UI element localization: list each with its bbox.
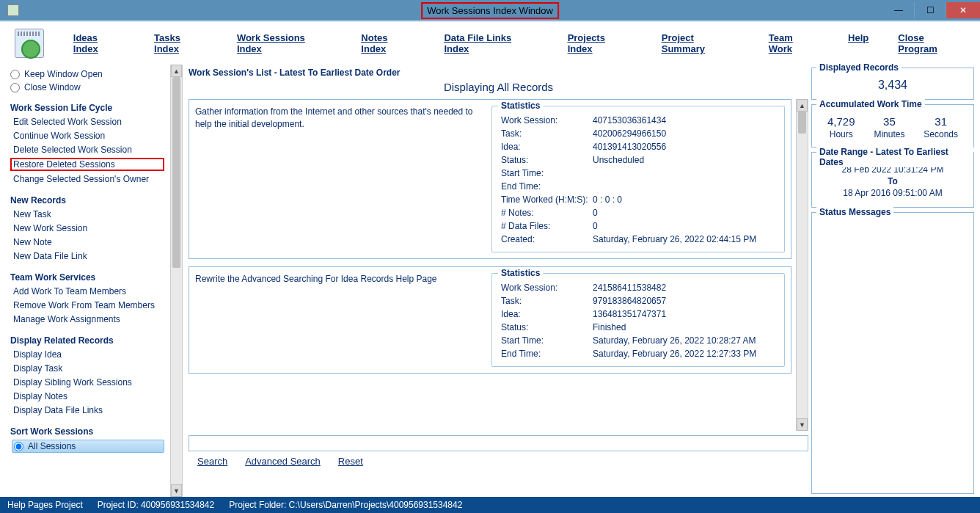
sidebar-heading: Work Session Life Cycle [10,103,164,113]
close-button[interactable]: ✕ [946,2,980,18]
stat-value: 0 [593,221,777,231]
toolbar: Ideas IndexTasks IndexWork Sessions Inde… [0,21,980,65]
minimize-button[interactable]: — [883,2,914,18]
scroll-thumb[interactable] [798,112,806,134]
toolbar-project-summary[interactable]: Project Summary [662,32,739,54]
stat-label: Idea: [501,142,593,152]
sidebar-item-continue-work-session[interactable]: Continue Work Session [12,130,164,142]
sidebar-item-new-note[interactable]: New Note [12,236,164,248]
toolbar-notes-index[interactable]: Notes Index [361,32,414,54]
sidebar-item-add-work-to-team-members[interactable]: Add Work To Team Members [12,285,164,297]
stat-label: Work Session: [501,283,593,293]
stat-label: Start Time: [501,335,593,346]
sidebar-item-new-work-session[interactable]: New Work Session [12,222,164,234]
search-input[interactable] [189,435,808,451]
work-session-record[interactable]: Rewrite the Advanced Searching For Idea … [189,266,791,374]
stat-label: # Data Files: [501,221,593,231]
main-panel: Work Session's List - Latest To Earliest… [183,65,811,497]
scroll-up-icon[interactable]: ▲ [171,65,182,77]
sidebar-item-new-data-file-link[interactable]: New Data File Link [12,250,164,262]
toolbar-projects-index[interactable]: Projects Index [568,32,632,54]
close-window-label: Close Window [24,82,81,92]
maximize-button[interactable]: ☐ [915,2,946,18]
toolbar-data-file-links-index[interactable]: Data File Links Index [444,32,538,54]
stat-value: 402006294966150 [593,128,777,139]
sidebar-item-new-task[interactable]: New Task [12,208,164,220]
statistics-heading: Statistics [498,101,543,111]
date-range-panel: Date Range - Latest To Earliest Dates 28… [811,152,974,208]
stat-label: Idea: [501,309,593,319]
date-range-to: To [818,176,968,186]
stat-value: 979183864820657 [593,296,777,306]
toolbar-tasks-index[interactable]: Tasks Index [154,32,208,54]
sidebar-item-remove-work-from-team-members[interactable]: Remove Work From Team Members [12,299,164,311]
statusbar: Help Pages Project Project ID: 400956931… [0,497,980,513]
seconds-label: Seconds [924,129,958,139]
sidebar-item-display-data-file-links[interactable]: Display Data File Links [12,404,164,416]
advanced-search-link[interactable]: Advanced Search [245,456,321,467]
right-column: Displayed Records 3,434 Accumulated Work… [811,65,980,497]
status-project-name: Help Pages Project [7,500,83,510]
scroll-up-icon[interactable]: ▲ [797,99,808,112]
close-window-radio[interactable]: Close Window [10,82,164,92]
sidebar-item-display-notes[interactable]: Display Notes [12,390,164,402]
stat-label: End Time: [501,349,593,359]
sidebar-scrollbar[interactable]: ▲ ▼ [170,65,183,497]
sidebar-item-all-sessions[interactable]: All Sessions [12,440,164,453]
toolbar-work-sessions-index[interactable]: Work Sessions Index [237,32,332,54]
record-description: Rewrite the Advanced Searching For Idea … [195,273,484,367]
stat-value: 407153036361434 [593,115,777,125]
keep-window-open-radio[interactable]: Keep Window Open [10,69,164,79]
work-session-record[interactable]: Gather information from the Internet and… [189,99,791,259]
record-description: Gather information from the Internet and… [195,106,484,252]
toolbar-close-program[interactable]: Close Program [898,32,965,54]
stat-value: Unscheduled [593,155,777,165]
stat-label: Task: [501,128,593,139]
minutes-value: 35 [874,115,904,128]
toolbar-help[interactable]: Help [848,32,869,54]
record-statistics: StatisticsWork Session:407153036361434Ta… [491,106,785,252]
stat-label: Start Time: [501,168,593,178]
sidebar-item-manage-work-assignments[interactable]: Manage Work Assignments [12,313,164,325]
calendar-clock-icon [15,29,44,58]
toolbar-ideas-index[interactable]: Ideas Index [73,32,125,54]
sidebar-heading: Display Related Records [10,335,164,346]
accumulated-time-heading: Accumulated Work Time [816,99,925,109]
stat-value: 401391413020556 [593,142,777,152]
stat-label: End Time: [501,181,593,192]
records-scrollbar[interactable]: ▲ ▼ [796,99,808,431]
sidebar-heading: Sort Work Sessions [10,426,164,437]
sidebar-item-display-idea[interactable]: Display Idea [12,349,164,360]
statistics-heading: Statistics [498,268,543,278]
sidebar-item-change-selected-session-s-owner[interactable]: Change Selected Session's Owner [12,173,164,185]
sidebar-heading: New Records [10,195,164,205]
sidebar-item-delete-selected-work-session[interactable]: Delete Selected Work Session [12,144,164,156]
scroll-down-icon[interactable]: ▼ [797,418,808,431]
sidebar-item-display-task[interactable]: Display Task [12,363,164,374]
stat-label: Status: [501,155,593,165]
sidebar-item-restore-deleted-sessions[interactable]: Restore Deleted Sessions [10,158,164,171]
stat-value: Saturday, February 26, 2022 10:28:27 AM [593,335,777,346]
scroll-down-icon[interactable]: ▼ [171,484,182,497]
minutes-label: Minutes [874,129,904,139]
app-icon [7,4,19,16]
scroll-thumb[interactable] [172,77,180,268]
displayed-records-value: 3,434 [818,79,968,92]
sidebar-item-display-sibling-work-sessions[interactable]: Display Sibling Work Sessions [12,376,164,388]
status-messages-panel: Status Messages [811,212,974,494]
toolbar-team-work[interactable]: Team Work [769,32,819,54]
stat-label: # Notes: [501,208,593,218]
stat-value: 241586411538482 [593,283,777,293]
accumulated-time-panel: Accumulated Work Time 4,729Hours 35Minut… [811,104,974,148]
list-heading: Work Session's List - Latest To Earliest… [189,68,808,78]
hours-label: Hours [827,129,855,139]
titlebar: Work Sessions Index Window — ☐ ✕ [0,0,980,21]
stat-label: Time Worked (H:M:S): [501,194,593,205]
search-link[interactable]: Search [197,456,227,467]
stat-value: Finished [593,322,777,332]
seconds-value: 31 [924,115,958,128]
reset-link[interactable]: Reset [338,456,363,467]
sidebar-item-edit-selected-work-session[interactable]: Edit Selected Work Session [12,116,164,128]
stat-label: Status: [501,322,593,332]
stat-value: Saturday, February 26, 2022 12:27:33 PM [593,349,777,359]
